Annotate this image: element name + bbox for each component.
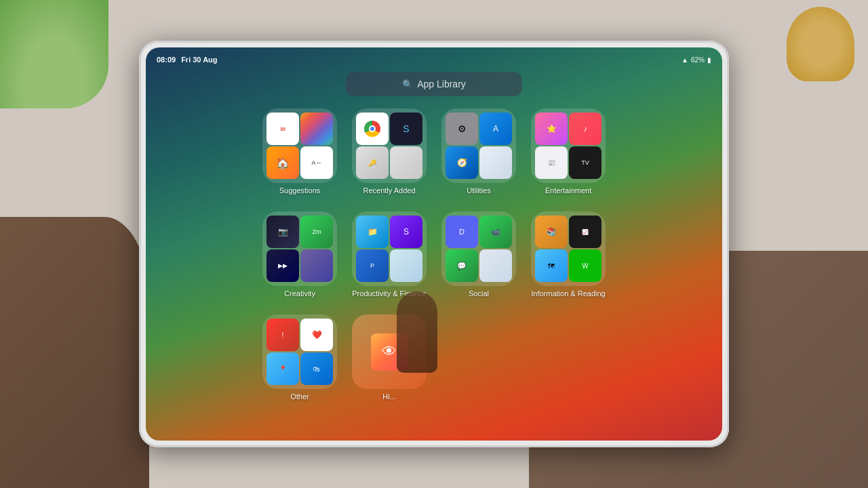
ipad-screen: 08:09 Fri 30 Aug ▲ 62% ▮ 🔍 App Library [146, 47, 722, 441]
app-home[interactable]: 🏠 [267, 146, 299, 179]
folder-social-label: Social [469, 289, 489, 298]
app-multi[interactable] [479, 146, 512, 179]
app-photos[interactable] [300, 113, 333, 145]
app-files[interactable]: 📁 [356, 216, 389, 248]
folder-info-reading-label: Information & Reading [531, 289, 605, 298]
app-mymaps[interactable]: 📍 [267, 352, 299, 385]
app-prod2[interactable] [390, 249, 422, 282]
wifi-icon: ▲ [682, 56, 688, 64]
app-appstore[interactable]: A [479, 113, 512, 145]
folder-other-label: Other [290, 392, 309, 401]
finger-overlay [397, 291, 437, 373]
clock-decoration [787, 7, 854, 81]
folder-recently-added-label: Recently Added [363, 186, 415, 195]
folder-suggestions[interactable]: 30 🏠 A↔ Suggestions [259, 108, 340, 197]
app-facetime[interactable]: 📹 [479, 216, 512, 248]
app-finalcut[interactable]: ▶▶ [267, 249, 299, 282]
hand-left [0, 217, 149, 488]
app-shortcuts[interactable]: S [390, 216, 422, 248]
app-misc[interactable] [300, 249, 333, 282]
folder-entertainment-label: Entertainment [545, 186, 591, 195]
status-bar: 08:09 Fri 30 Aug ▲ 62% ▮ [157, 53, 711, 66]
app-keys[interactable]: 🔑 [356, 146, 389, 179]
plant-decoration [0, 0, 108, 108]
app-superstar[interactable]: ⭐ [535, 113, 568, 145]
app-zoom[interactable]: Zm [300, 216, 333, 248]
folder-suggestions-label: Suggestions [279, 186, 321, 195]
folder-entertainment[interactable]: ⭐ ♪ 📰 TV Entertainment [528, 108, 609, 197]
battery-icon: ▮ [707, 56, 711, 64]
app-calc[interactable] [390, 146, 422, 179]
folder-productivity[interactable]: 📁 S P Productivity & Finance [349, 211, 430, 300]
app-books[interactable]: 📚 [535, 216, 568, 248]
app-prod1[interactable]: P [356, 249, 389, 282]
folder-creativity-label: Creativity [284, 289, 315, 298]
folder-creativity[interactable]: 📷 Zm ▶▶ Creativity [259, 211, 340, 300]
app-altstore[interactable]: ! [267, 319, 299, 351]
app-mobile-store[interactable]: 🛍 [300, 352, 333, 385]
folder-hidden-label: Hi... [382, 392, 396, 401]
folder-utilities[interactable]: ⚙ A 🧭 Utilities [438, 108, 519, 197]
folder-recently-added[interactable]: S 🔑 Recently Added [349, 108, 430, 197]
app-health[interactable]: ❤️ [300, 319, 333, 351]
app-wechat[interactable]: W [569, 249, 601, 282]
app-calendar[interactable]: 30 [267, 113, 299, 145]
app-shazam[interactable]: S [390, 113, 422, 145]
app-safari[interactable]: 🧭 [446, 146, 478, 179]
folder-other[interactable]: ! ❤️ 📍 🛍 Other [259, 314, 340, 403]
app-discord[interactable]: D [446, 216, 478, 248]
app-social-misc[interactable] [479, 249, 512, 282]
app-maps[interactable]: 🗺 [535, 249, 568, 282]
ipad-device: 08:09 Fri 30 Aug ▲ 62% ▮ 🔍 App Library [139, 41, 729, 447]
status-time: 08:09 [157, 56, 176, 64]
folder-social[interactable]: D 📹 💬 Social [438, 211, 519, 300]
scene: 08:09 Fri 30 Aug ▲ 62% ▮ 🔍 App Library [0, 0, 868, 488]
folder-utilities-label: Utilities [467, 186, 490, 195]
folder-info-reading[interactable]: 📚 📈 🗺 W Information & Reading [528, 211, 609, 300]
app-news[interactable]: 📰 [535, 146, 568, 179]
app-messages[interactable]: 💬 [446, 249, 478, 282]
app-camera[interactable]: 📷 [267, 216, 299, 248]
app-translate[interactable]: A↔ [300, 146, 333, 179]
search-icon: 🔍 [402, 79, 413, 89]
app-tv[interactable]: TV [569, 146, 601, 179]
status-date: Fri 30 Aug [181, 56, 217, 64]
app-settings[interactable]: ⚙ [446, 113, 478, 145]
status-icons: ▲ 62% ▮ [682, 56, 711, 64]
battery-percent: 62% [691, 56, 705, 64]
app-music[interactable]: ♪ [569, 113, 601, 145]
app-chrome[interactable] [356, 113, 389, 145]
search-placeholder: App Library [417, 79, 466, 89]
app-library-search[interactable]: 🔍 App Library [346, 72, 522, 96]
app-stocks[interactable]: 📈 [569, 216, 601, 248]
